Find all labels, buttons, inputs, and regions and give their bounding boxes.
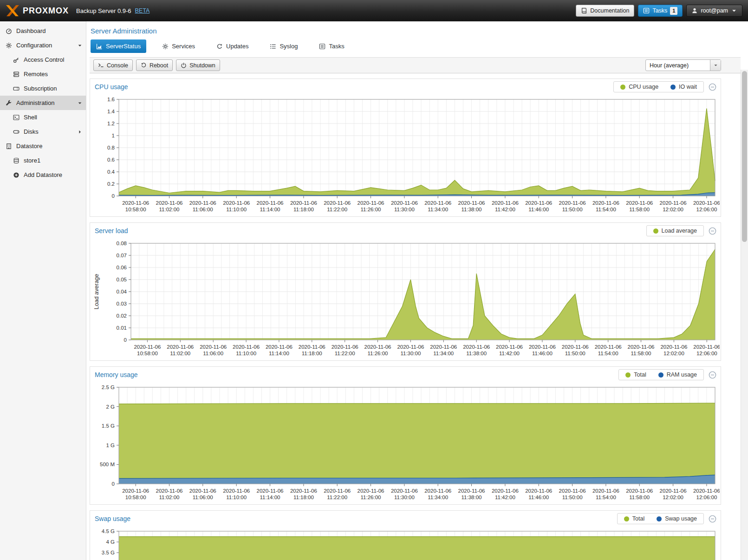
svg-text:11:14:00: 11:14:00: [269, 351, 289, 356]
tab-tasks[interactable]: Tasks: [313, 39, 350, 53]
panel-header-swap-usage: Swap usageTotalSwap usage: [90, 511, 721, 527]
sidebar-item-shell[interactable]: Shell: [0, 110, 86, 124]
sidebar-item-store1[interactable]: store1: [0, 153, 86, 168]
svg-text:2020-11-06: 2020-11-06: [458, 488, 485, 494]
legend-item-cpu-usage[interactable]: CPU usage: [620, 84, 658, 90]
svg-text:2020-11-06: 2020-11-06: [134, 344, 161, 350]
collapse-panel-button[interactable]: [709, 515, 716, 523]
panel-header-cpu-usage: CPU usageCPU usageIO wait: [90, 79, 721, 95]
chart-title: CPU usage: [95, 83, 128, 91]
legend-item-io-wait[interactable]: IO wait: [670, 84, 697, 90]
svg-text:2 G: 2 G: [106, 404, 115, 410]
caret-down-icon: [731, 7, 737, 14]
svg-text:2020-11-06: 2020-11-06: [223, 488, 250, 494]
reboot-button[interactable]: Reboot: [136, 59, 173, 71]
legend-dot: [670, 85, 676, 90]
legend-item-total[interactable]: Total: [624, 515, 644, 522]
svg-text:1 G: 1 G: [106, 443, 115, 448]
svg-text:11:06:00: 11:06:00: [193, 495, 213, 500]
svg-text:11:18:00: 11:18:00: [293, 207, 314, 212]
sidebar-item-configuration[interactable]: Configuration: [0, 38, 86, 52]
svg-text:11:46:00: 11:46:00: [528, 207, 549, 212]
page-title: Server Administration: [91, 27, 741, 35]
timeframe-value: Hour (average): [646, 62, 710, 69]
svg-text:0.8: 0.8: [107, 145, 115, 150]
tab-label: Updates: [226, 43, 248, 50]
svg-text:11:54:00: 11:54:00: [598, 351, 618, 356]
tab-label: Services: [172, 43, 195, 50]
sidebar-item-remotes[interactable]: Remotes: [0, 67, 86, 81]
svg-text:2020-11-06: 2020-11-06: [189, 200, 216, 206]
legend-item-swap-usage[interactable]: Swap usage: [657, 515, 697, 522]
sidebar-item-add-datastore[interactable]: Add Datastore: [0, 168, 86, 182]
svg-text:11:18:00: 11:18:00: [293, 495, 314, 500]
svg-text:11:18:00: 11:18:00: [302, 351, 322, 356]
collapse-panel-button[interactable]: [709, 83, 716, 91]
button-label: Reboot: [150, 62, 168, 69]
legend-label: RAM usage: [667, 371, 697, 378]
legend-item-total[interactable]: Total: [625, 371, 646, 378]
tasks-button[interactable]: Tasks 1: [638, 5, 683, 17]
sidebar-item-subscription[interactable]: Subscription: [0, 81, 86, 96]
shutdown-button[interactable]: Shutdown: [176, 59, 220, 71]
top-actions: Documentation Tasks 1 root@pam: [576, 5, 742, 17]
svg-text:11:34:00: 11:34:00: [428, 207, 448, 212]
svg-text:2020-11-06: 2020-11-06: [529, 344, 556, 350]
svg-text:10:58:00: 10:58:00: [137, 351, 158, 356]
tab-services[interactable]: Services: [156, 39, 201, 53]
svg-text:2020-11-06: 2020-11-06: [592, 200, 619, 206]
sidebar-item-administration[interactable]: Administration: [0, 96, 86, 110]
svg-text:1.4: 1.4: [107, 109, 115, 114]
svg-text:11:38:00: 11:38:00: [462, 495, 482, 500]
svg-text:0.07: 0.07: [117, 253, 127, 258]
tab-serverstatus[interactable]: ServerStatus: [91, 39, 146, 53]
svg-text:0.03: 0.03: [117, 301, 127, 306]
timeframe-select[interactable]: Hour (average): [645, 59, 721, 71]
caret-right-icon: [77, 129, 83, 135]
beta-link[interactable]: BETA: [135, 7, 150, 14]
svg-text:2020-11-06: 2020-11-06: [424, 200, 451, 206]
svg-text:2020-11-06: 2020-11-06: [233, 344, 260, 350]
svg-text:11:02:00: 11:02:00: [159, 207, 180, 212]
console-icon: [98, 62, 104, 68]
tab-updates[interactable]: Updates: [211, 39, 254, 53]
legend-label: IO wait: [679, 84, 697, 90]
svg-text:11:26:00: 11:26:00: [368, 351, 388, 356]
sidebar-item-disks[interactable]: Disks: [0, 124, 86, 139]
sidebar: DashboardConfigurationAccess ControlRemo…: [0, 21, 86, 560]
sidebar-item-label: store1: [24, 157, 40, 164]
svg-text:11:10:00: 11:10:00: [236, 351, 256, 356]
svg-text:2020-11-06: 2020-11-06: [223, 200, 250, 206]
svg-text:2020-11-06: 2020-11-06: [628, 344, 655, 350]
svg-text:2020-11-06: 2020-11-06: [324, 488, 351, 494]
svg-text:0.04: 0.04: [117, 289, 127, 294]
list-icon: [270, 43, 276, 50]
book-icon: [581, 7, 587, 14]
sidebar-item-access-control[interactable]: Access Control: [0, 52, 86, 67]
collapse-panel-button[interactable]: [709, 227, 716, 235]
panel-memory-usage: Memory usageTotalRAM usage0500 M1 G1.5 G…: [90, 366, 721, 505]
timeframe-dropdown-trigger[interactable]: [710, 60, 721, 71]
collapse-panel-button[interactable]: [709, 371, 716, 379]
tab-syslog[interactable]: Syslog: [264, 39, 303, 53]
console-button[interactable]: Console: [93, 59, 133, 71]
svg-text:1.2: 1.2: [107, 121, 115, 126]
svg-text:11:46:00: 11:46:00: [532, 351, 553, 356]
scrollbar-thumb[interactable]: [742, 71, 747, 242]
svg-text:11:46:00: 11:46:00: [528, 495, 549, 500]
user-menu-button[interactable]: root@pam: [686, 5, 742, 17]
svg-text:500 M: 500 M: [100, 462, 115, 467]
scrollbar[interactable]: [741, 70, 748, 560]
svg-text:11:34:00: 11:34:00: [428, 495, 448, 500]
svg-text:2020-11-06: 2020-11-06: [463, 344, 490, 350]
documentation-button[interactable]: Documentation: [576, 5, 634, 17]
legend-item-load-average[interactable]: Load average: [653, 228, 697, 234]
tasks-icon: [319, 43, 325, 50]
svg-text:11:58:00: 11:58:00: [629, 207, 650, 212]
svg-text:0.6: 0.6: [107, 157, 115, 163]
sidebar-item-dashboard[interactable]: Dashboard: [0, 24, 86, 38]
sidebar-item-datastore[interactable]: Datastore: [0, 139, 86, 153]
svg-text:2020-11-06: 2020-11-06: [424, 488, 451, 494]
legend-item-ram-usage[interactable]: RAM usage: [658, 371, 697, 378]
svg-text:2020-11-06: 2020-11-06: [332, 344, 358, 350]
